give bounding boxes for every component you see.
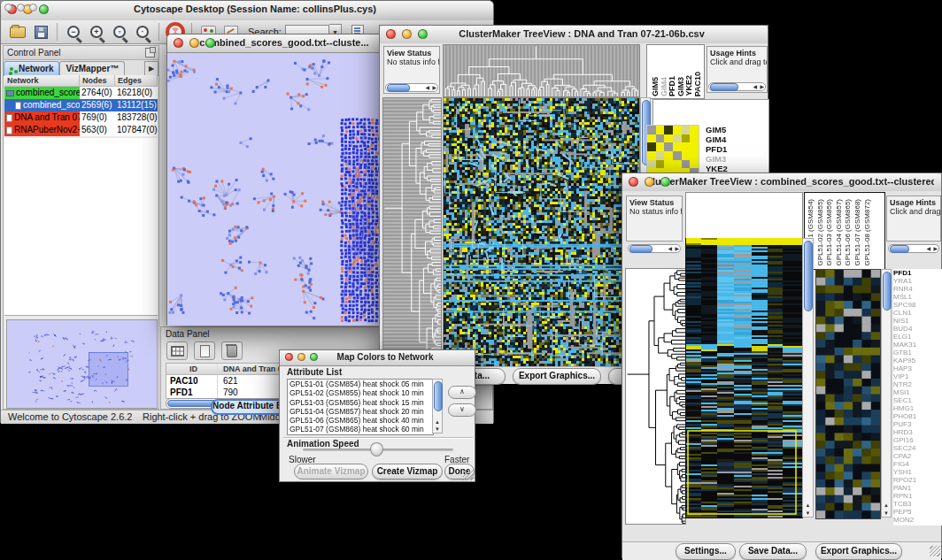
network-table-header[interactable]: Network Nodes Edges xyxy=(4,75,158,87)
heatmap-canvas[interactable] xyxy=(685,238,803,518)
column-label[interactable]: GPL51-04 (GSM857) xyxy=(835,199,843,266)
column-label[interactable]: GPL51-08 (GSM872) xyxy=(863,199,871,266)
heatmap-vscrollbar[interactable]: ▲▼ xyxy=(802,238,814,518)
matrix-cell[interactable] xyxy=(690,126,699,134)
heatmap-canvas[interactable] xyxy=(443,97,640,367)
scrollbar-thumb[interactable] xyxy=(710,83,738,91)
tab-network[interactable]: Network xyxy=(4,61,59,75)
network-view-canvas[interactable] xyxy=(167,53,385,326)
network-row-selected[interactable]: combined_sco 2569(6) 13112(15) xyxy=(4,99,158,111)
main-titlebar[interactable]: Cytoscape Desktop (Session Name: collins… xyxy=(1,1,493,21)
matrix-cell[interactable] xyxy=(690,160,699,169)
matrix-cell[interactable] xyxy=(664,151,673,160)
zoom-out-button[interactable]: − xyxy=(63,22,84,42)
row-dendrogram-canvas[interactable] xyxy=(382,97,442,367)
scrollbar-thumb[interactable] xyxy=(804,241,813,311)
create-vizmap-button[interactable]: Create Vizmap xyxy=(372,464,443,479)
matrix-cell[interactable] xyxy=(664,126,673,134)
scrollbar-thumb[interactable] xyxy=(883,272,892,311)
treeview2-button[interactable]: Settings... xyxy=(676,543,736,560)
gene-label[interactable]: GIM3 xyxy=(706,154,766,164)
attribute-list-item[interactable]: GPL51-03 (GSM856) heat shock 15 min xyxy=(288,398,433,407)
attribute-list-item[interactable]: GPL51-06 (GSM865) heat shock 40 min xyxy=(288,416,433,425)
mac-close-button[interactable] xyxy=(174,38,183,48)
gene-label[interactable]: PEP5 xyxy=(893,508,942,516)
gene-label[interactable]: PHO81 xyxy=(893,412,942,420)
attribute-list-item[interactable]: GPL51-07 (GSM868) heat shock 60 min xyxy=(288,425,433,433)
mac-zoom-button[interactable] xyxy=(39,4,49,14)
matrix-cell[interactable] xyxy=(664,142,673,151)
gene-label[interactable]: NIS1 xyxy=(893,317,942,325)
matrix-cell[interactable] xyxy=(682,160,691,169)
usage-hints-hscrollbar[interactable]: ◀▶ xyxy=(888,244,939,253)
gene-label[interactable]: MSL1 xyxy=(893,293,942,301)
view-status-hscrollbar[interactable]: ◀▶ xyxy=(385,83,438,92)
gene-label[interactable]: GTB1 xyxy=(893,349,942,357)
gene-label[interactable]: VIP1 xyxy=(893,372,942,380)
mac-minimize-button[interactable] xyxy=(402,29,412,39)
gene-label[interactable]: SEC1 xyxy=(893,396,942,404)
matrix-cell[interactable] xyxy=(682,134,691,143)
resize-grip[interactable] xyxy=(930,546,940,556)
select-attributes-button[interactable] xyxy=(166,341,188,360)
matrix-cell[interactable] xyxy=(664,160,673,169)
treeview1-titlebar[interactable]: ClusterMaker TreeView : DNA and Tran 07-… xyxy=(380,26,768,44)
scrollbar-thumb[interactable] xyxy=(387,84,410,92)
matrix-cell[interactable] xyxy=(682,126,691,134)
matrix-cell[interactable] xyxy=(682,151,691,160)
matrix-cell[interactable] xyxy=(647,142,656,151)
column-label[interactable]: PFD1 xyxy=(668,76,676,96)
matrix-cell[interactable] xyxy=(647,126,656,134)
column-dendrogram-area[interactable] xyxy=(685,192,803,240)
gene-label[interactable]: GIM4 xyxy=(706,134,766,144)
gene-label[interactable]: SPC98 xyxy=(893,301,942,309)
matrix-cell[interactable] xyxy=(673,126,682,134)
gene-label[interactable]: KAP95 xyxy=(893,357,942,364)
mac-minimize-button[interactable] xyxy=(297,353,305,361)
attribute-list-vscrollbar[interactable]: ▲▼ xyxy=(432,379,443,433)
gene-label[interactable]: SEC24 xyxy=(893,444,942,452)
matrix-cell[interactable] xyxy=(656,160,665,169)
mac-close-button[interactable] xyxy=(386,29,396,39)
treeview2-button[interactable]: Save Data... xyxy=(739,543,807,560)
matrix-cell[interactable] xyxy=(673,151,682,160)
zoom-fit-button[interactable]: · xyxy=(132,22,153,42)
dialog-titlebar[interactable]: Map Colors to Network xyxy=(280,350,475,366)
col-nodes[interactable]: Nodes xyxy=(80,75,115,87)
gene-label[interactable]: HAP3 xyxy=(893,364,942,372)
gene-label[interactable]: TCB3 xyxy=(893,500,942,508)
tab-vizmapper[interactable]: VizMapper™ xyxy=(59,61,125,75)
mac-zoom-button[interactable] xyxy=(310,353,318,361)
gene-label[interactable]: NTR2 xyxy=(893,380,942,388)
column-label[interactable]: GPL51-03 (GSM856) xyxy=(825,199,833,266)
gene-label[interactable]: GPI16 xyxy=(893,436,942,444)
open-session-button[interactable] xyxy=(7,22,28,42)
network-row[interactable]: combined_scores 2764(0) 16218(0) xyxy=(4,87,158,99)
attribute-list-item[interactable]: GPL51-02 (GSM855) heat shock 10 min xyxy=(288,388,433,397)
matrix-cell[interactable] xyxy=(656,142,665,151)
move-up-button[interactable]: ∧ xyxy=(448,386,476,399)
scrollbar-thumb[interactable] xyxy=(890,245,909,253)
column-label[interactable]: GPL51-07 (GSM868) xyxy=(853,199,861,266)
zoom-heatmap-vscrollbar[interactable]: ▲▼ xyxy=(881,269,892,518)
gene-label[interactable]: PFD1 xyxy=(706,144,766,154)
gene-label[interactable]: PAN1 xyxy=(893,484,942,492)
mac-zoom-button[interactable] xyxy=(29,4,37,12)
matrix-cell[interactable] xyxy=(656,134,665,143)
gene-label[interactable]: BUD4 xyxy=(893,325,942,333)
mac-close-button[interactable] xyxy=(4,4,12,12)
animate-vizmap-button[interactable]: Animate Vizmap xyxy=(294,464,368,479)
gene-label[interactable]: RNR4 xyxy=(893,285,942,293)
matrix-cell[interactable] xyxy=(664,134,673,143)
usage-hints-hscrollbar[interactable]: ◀▶ xyxy=(708,82,766,91)
zoom-heatmap-canvas[interactable] xyxy=(815,269,881,519)
gene-label[interactable]: CPA2 xyxy=(893,452,942,460)
gene-label[interactable]: RPN1 xyxy=(893,492,942,500)
correlation-matrix[interactable] xyxy=(646,125,699,178)
treeview2-button[interactable]: Export Graphics... xyxy=(815,543,902,560)
matrix-cell[interactable] xyxy=(647,151,656,160)
view-status-hscrollbar[interactable]: ◀▶ xyxy=(628,244,681,253)
gene-label[interactable]: PUF3 xyxy=(893,420,942,428)
matrix-cell[interactable] xyxy=(690,134,699,143)
matrix-cell[interactable] xyxy=(656,151,665,160)
